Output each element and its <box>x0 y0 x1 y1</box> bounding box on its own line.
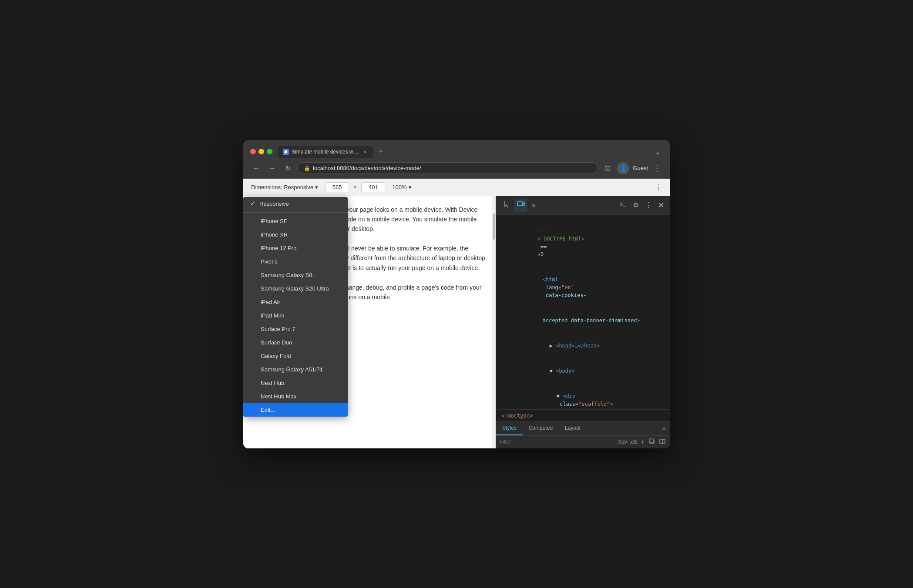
dropdown-item-samsung-a51[interactable]: Samsung Galaxy A51/71 <box>243 363 348 376</box>
dropdown-item-label: Samsung Galaxy A51/71 <box>261 366 323 373</box>
scrollbar-thumb[interactable] <box>493 214 495 240</box>
dropdown-item-samsung-s8[interactable]: Samsung Galaxy S8+ <box>243 268 348 282</box>
dropdown-item-surface-pro[interactable]: Surface Pro 7 <box>243 322 348 336</box>
back-button[interactable]: ← <box>250 162 262 174</box>
dom-line-head: ▶ <head>…</head> <box>496 333 670 358</box>
dropdown-item-edit[interactable]: Edit... <box>243 403 348 417</box>
maximize-traffic-light[interactable] <box>267 149 272 154</box>
dropdown-item-label: Galaxy Fold <box>261 353 291 359</box>
dom-line-scaffold: ▼ <div class="scaffold"> grid <box>496 384 670 409</box>
styles-tab-layout[interactable]: Layout <box>559 421 587 435</box>
styles-tab-styles[interactable]: Styles <box>496 421 523 435</box>
tabs-area: Simulate mobile devices with D ✕ + <box>278 145 648 158</box>
styles-filter-bar: :hov .cls + <box>496 436 670 448</box>
devtools-more-button[interactable]: ⋮ <box>642 199 655 211</box>
dropdown-item-iphone-se[interactable]: iPhone SE <box>243 214 348 228</box>
tab-title: Simulate mobile devices with D <box>292 149 359 155</box>
devtools-inspect-button[interactable] <box>500 199 513 212</box>
dropdown-item-label: iPad Mini <box>261 312 284 319</box>
new-tab-button[interactable]: + <box>375 145 387 158</box>
dropdown-item-label: Surface Pro 7 <box>261 326 295 332</box>
height-input[interactable] <box>361 182 385 192</box>
svg-rect-5 <box>649 439 653 443</box>
layout-tab-label: Layout <box>565 425 581 431</box>
reload-button[interactable]: ↻ <box>282 162 294 174</box>
dropdown-item-label: iPhone SE <box>261 218 287 224</box>
viewport-scrollbar[interactable] <box>492 196 496 448</box>
dom-line-body: ▼ <body> <box>496 358 670 384</box>
dropdown-item-label: Samsung Galaxy S8+ <box>261 272 316 278</box>
doctype-label: <!doctype> <box>501 413 533 419</box>
dropdown-item-label: Responsive <box>259 200 289 207</box>
dropdown-item-ipad-mini[interactable]: iPad Mini <box>243 309 348 322</box>
devtools-container: Dimensions: Responsive ▾ × 100% ▾ ⋮ Resp… <box>243 179 670 448</box>
dropdown-item-iphone-12-pro[interactable]: iPhone 12 Pro <box>243 241 348 255</box>
devtools-settings-button[interactable]: ⚙ <box>631 199 641 211</box>
dropdown-arrow-icon: ▾ <box>315 184 318 190</box>
styles-panel: Styles Computed Layout » :hov .cls <box>496 421 670 448</box>
devtools-header: » ⚙ ⋮ ✕ <box>496 196 670 215</box>
zoom-button[interactable]: 100% ▾ <box>389 182 414 192</box>
filter-copy-button[interactable] <box>648 438 656 447</box>
browser-window: Simulate mobile devices with D ✕ + ⌄ ← →… <box>243 140 670 448</box>
fullscreen-button[interactable]: ⊡ <box>601 162 614 174</box>
device-dropdown: Responsive iPhone SE iPhone XR iPhone 12… <box>243 197 348 417</box>
filter-add-button[interactable]: + <box>640 438 645 446</box>
dropdown-item-label: iPhone XR <box>261 231 288 238</box>
zoom-arrow-icon: ▾ <box>409 184 412 190</box>
dropdown-item-ipad-air[interactable]: iPad Air <box>243 295 348 309</box>
styles-more-tabs-button[interactable]: » <box>658 421 670 435</box>
more-panels-icon: » <box>532 201 536 209</box>
dropdown-item-label: Surface Duo <box>261 339 292 346</box>
styles-tab-computed[interactable]: Computed <box>523 421 559 435</box>
forward-button[interactable]: → <box>266 162 278 174</box>
dropdown-item-surface-duo[interactable]: Surface Duo <box>243 336 348 349</box>
computed-tab-label: Computed <box>529 425 553 431</box>
dropdown-item-label: Nest Hub <box>261 380 284 386</box>
dropdown-item-samsung-s20[interactable]: Samsung Galaxy S20 Ultra <box>243 282 348 295</box>
address-bar: ← → ↻ 🔒 localhost:8080/docs/devtools/dev… <box>243 158 670 179</box>
guest-label: Guest <box>633 165 648 171</box>
width-input[interactable] <box>325 182 349 192</box>
more-options-button[interactable]: ⋮ <box>652 181 665 193</box>
zoom-label: 100% <box>392 184 406 190</box>
dropdown-item-label: Nest Hub Max <box>261 393 296 400</box>
filter-pseudo-button[interactable]: :hov <box>617 439 627 445</box>
styles-tab-label: Styles <box>502 425 517 431</box>
profile-area: ⊡ 👤 Guest ⋮ <box>601 162 663 175</box>
dropdown-item-label: Pixel 5 <box>261 258 278 265</box>
dimensions-dropdown-button[interactable]: Dimensions: Responsive ▾ <box>248 182 321 192</box>
browser-menu-button[interactable]: ⋮ <box>651 162 663 175</box>
dropdown-item-iphone-xr[interactable]: iPhone XR <box>243 228 348 241</box>
devtools-device-toggle-button[interactable] <box>514 199 527 212</box>
devtools-more-panels-button[interactable]: » <box>529 200 538 211</box>
styles-filter-input[interactable] <box>500 439 614 445</box>
tab-close-button[interactable]: ✕ <box>361 148 368 155</box>
dropdown-item-galaxy-fold[interactable]: Galaxy Fold <box>243 349 348 363</box>
dropdown-item-pixel-5[interactable]: Pixel 5 <box>243 255 348 268</box>
devtools-close-button[interactable]: ✕ <box>656 199 666 212</box>
window-chevron-icon: ⌄ <box>653 145 663 158</box>
dom-line-html-2: accepted data-banner-dismissed> <box>496 308 670 333</box>
dom-line-doctype: ··· <!DOCTYPE html> == $0 <box>496 218 670 267</box>
styles-tabs: Styles Computed Layout » <box>496 421 670 436</box>
dom-line-html: <html lang="en" data-cookies- <box>496 267 670 308</box>
browser-tab-active[interactable]: Simulate mobile devices with D ✕ <box>278 146 373 158</box>
dropdown-item-responsive[interactable]: Responsive <box>243 197 348 210</box>
filter-cls-button[interactable]: .cls <box>630 439 638 445</box>
dropdown-item-label: Edit... <box>261 407 275 413</box>
profile-button[interactable]: 👤 <box>617 162 629 174</box>
dropdown-item-nest-hub[interactable]: Nest Hub <box>243 376 348 390</box>
dropdown-item-label: iPad Air <box>261 299 280 305</box>
minimize-traffic-light[interactable] <box>258 149 264 154</box>
traffic-lights <box>250 149 272 154</box>
dimension-separator: × <box>353 184 357 190</box>
close-traffic-light[interactable] <box>250 149 256 154</box>
url-bar[interactable]: 🔒 localhost:8080/docs/devtools/device-mo… <box>297 162 598 174</box>
filter-toggle-button[interactable] <box>658 438 666 447</box>
devtools-console-button[interactable] <box>616 199 629 212</box>
svg-rect-2 <box>523 203 525 205</box>
dom-tree: ··· <!DOCTYPE html> == $0 <html lang="en… <box>496 215 670 409</box>
svg-rect-1 <box>517 202 523 206</box>
dropdown-item-nest-hub-max[interactable]: Nest Hub Max <box>243 390 348 403</box>
